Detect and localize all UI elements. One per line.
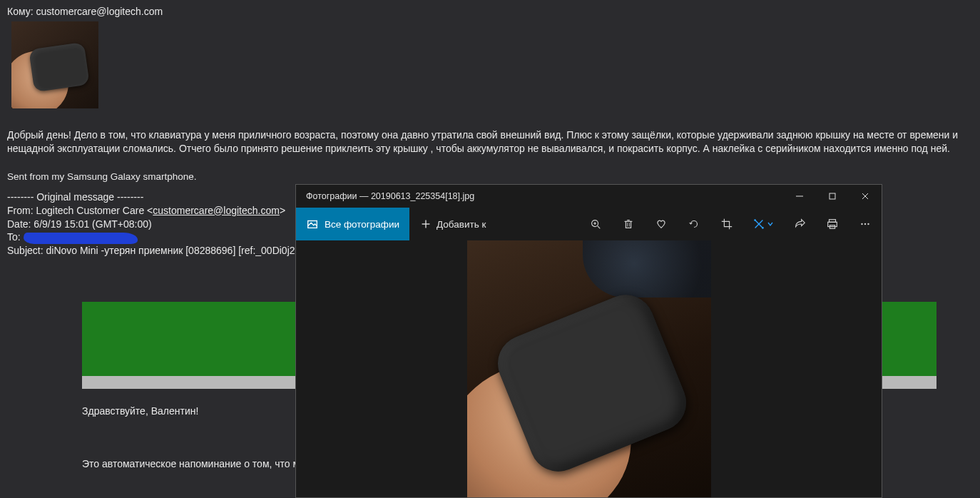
- to-address: customercare@logitech.com: [36, 6, 163, 17]
- add-to-button[interactable]: Добавить к: [409, 208, 496, 240]
- photos-window: Фотографии — 20190613_225354[18].jpg Все…: [295, 184, 882, 498]
- from-name: Logitech Customer Care: [36, 205, 144, 216]
- minimize-button[interactable]: [783, 185, 816, 208]
- svg-rect-11: [626, 221, 631, 228]
- window-title: Фотографии — 20190613_225354[18].jpg: [296, 191, 783, 201]
- date-label: Date:: [7, 218, 31, 230]
- delete-button[interactable]: [612, 208, 645, 240]
- share-button[interactable]: [783, 208, 816, 240]
- to-line: Кому: customercare@logitech.com: [7, 6, 973, 17]
- collection-icon: [306, 218, 319, 230]
- thumb-device: [29, 42, 90, 92]
- svg-point-23: [861, 223, 862, 225]
- trash-icon: [622, 218, 635, 230]
- crop-button[interactable]: [710, 208, 743, 240]
- close-icon: [859, 190, 871, 202]
- print-icon: [826, 218, 839, 230]
- close-button[interactable]: [849, 185, 882, 208]
- print-button[interactable]: [816, 208, 849, 240]
- favorite-button[interactable]: [645, 208, 678, 240]
- photo-fabric: [583, 240, 711, 298]
- chevron-down-icon: [767, 220, 774, 228]
- plus-icon: [419, 218, 432, 230]
- titlebar[interactable]: Фотографии — 20190613_225354[18].jpg: [296, 185, 882, 208]
- svg-rect-21: [828, 222, 837, 226]
- photo-image: [467, 240, 711, 497]
- zoom-icon: [589, 218, 602, 230]
- photos-toolbar: Все фотографии Добавить к: [296, 208, 882, 240]
- attachment-thumbnail[interactable]: [11, 21, 98, 108]
- edit-button[interactable]: [743, 208, 783, 240]
- rotate-icon: [688, 218, 700, 230]
- edit-icon: [752, 218, 765, 230]
- email-body-text: Добрый день! Дело в том, что клавиатура …: [7, 128, 973, 156]
- sent-from-signature: Sent from my Samsung Galaxy smartphone.: [7, 171, 973, 182]
- subject-value: diNovo Mini -утерян приемник [08288696] …: [46, 245, 302, 256]
- svg-point-25: [867, 223, 869, 225]
- subject-label: Subject:: [7, 245, 44, 256]
- to-label: Кому:: [7, 6, 34, 17]
- zoom-button[interactable]: [579, 208, 612, 240]
- date-value: 6/9/19 15:01 (GMT+08:00): [34, 218, 151, 230]
- maximize-icon: [827, 190, 838, 202]
- svg-rect-1: [830, 193, 835, 199]
- to2-label: To:: [7, 231, 21, 243]
- svg-point-18: [754, 219, 756, 221]
- svg-point-24: [864, 223, 866, 225]
- crop-icon: [720, 218, 733, 230]
- more-button[interactable]: [849, 208, 882, 240]
- maximize-button[interactable]: [816, 185, 849, 208]
- heart-icon: [655, 218, 668, 230]
- redacted-recipient: [24, 233, 138, 244]
- photo-viewport[interactable]: [296, 240, 882, 497]
- share-icon: [793, 218, 806, 230]
- all-photos-label: Все фотографии: [325, 219, 399, 230]
- svg-line-8: [598, 226, 601, 229]
- minimize-icon: [794, 190, 805, 202]
- more-icon: [859, 218, 872, 230]
- all-photos-button[interactable]: Все фотографии: [296, 208, 409, 240]
- from-email[interactable]: customercare@logitech.com: [153, 205, 280, 216]
- rotate-button[interactable]: [678, 208, 710, 240]
- svg-point-19: [762, 227, 764, 229]
- add-to-label: Добавить к: [437, 219, 486, 230]
- from-label: From:: [7, 205, 34, 216]
